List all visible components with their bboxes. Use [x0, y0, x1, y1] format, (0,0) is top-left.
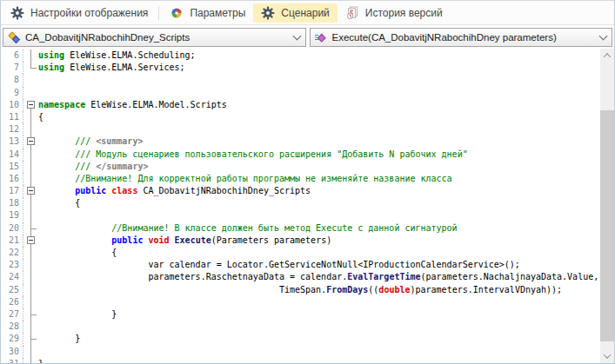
fold-margin: [23, 308, 38, 321]
fold-margin: [23, 111, 38, 123]
gear-icon: [10, 6, 24, 20]
version-history-icon: [345, 6, 359, 20]
fold-margin: [23, 247, 38, 259]
colored-gear-icon: [170, 6, 184, 20]
vertical-scrollbar[interactable]: [600, 49, 614, 363]
code-line: 18 {: [1, 197, 600, 209]
code-line: 7using EleWise.ELMA.Services;: [1, 62, 600, 74]
code-line: 31}: [1, 358, 600, 363]
code-editor[interactable]: 6using EleWise.ELMA.Scheduling;7using El…: [1, 49, 614, 363]
code-lines: 6using EleWise.ELMA.Scheduling;7using El…: [1, 50, 600, 363]
fold-toggle-icon[interactable]: [27, 101, 35, 109]
fold-margin: [23, 333, 38, 345]
selected-class: CA_DobavitjNRabochihDney_Scripts: [25, 32, 290, 43]
code-line: 20 //Внимание! В классе должен быть мето…: [1, 222, 600, 235]
code-line: 12: [1, 123, 600, 136]
fold-margin: [23, 87, 38, 99]
class-icon: [7, 30, 21, 44]
script-editor-panel: Настройки отображения Параметры: [0, 0, 615, 364]
fold-margin: [23, 99, 38, 111]
tab-version-history[interactable]: История версий: [338, 3, 451, 23]
code-line: 29 }: [1, 333, 600, 345]
class-selector-combobox[interactable]: CA_DobavitjNRabochihDney_Scripts: [3, 28, 306, 47]
toolbar-separator: [158, 6, 159, 20]
tab-label: Сценарий: [281, 7, 329, 19]
fold-margin: [23, 296, 38, 308]
tab-display-settings[interactable]: Настройки отображения: [3, 3, 156, 23]
fold-margin: [23, 161, 38, 173]
gear-icon: [261, 6, 275, 20]
chevron-down-icon[interactable]: [292, 31, 301, 40]
code-line: 27 }: [1, 308, 600, 321]
fold-margin: [23, 209, 38, 222]
code-line: 17 public class CA_DobavitjNRabochihDney…: [1, 185, 600, 197]
scroll-down-arrow-icon[interactable]: [600, 349, 614, 363]
fold-margin: [23, 173, 38, 185]
selected-method: Execute(CA_DobavitjNRabochihDney paramet…: [332, 32, 597, 43]
fold-margin: [23, 123, 38, 136]
fold-margin: [23, 284, 38, 296]
code-line: 26: [1, 296, 600, 308]
code-line: 6using EleWise.ELMA.Scheduling;: [1, 50, 600, 62]
fold-margin: [23, 62, 38, 74]
code-line: 19: [1, 209, 600, 222]
code-line: 8: [1, 74, 600, 86]
fold-margin: [23, 185, 38, 197]
chevron-down-icon[interactable]: [599, 31, 608, 40]
code-line: 13 /// <summary>: [1, 136, 600, 148]
tab-label: Настройки отображения: [30, 7, 148, 19]
fold-margin: [23, 259, 38, 271]
fold-margin: [23, 235, 38, 247]
toolbar: Настройки отображения Параметры: [1, 1, 614, 25]
code-line: 14 /// Модуль сценариев пользовательског…: [1, 149, 600, 161]
tab-script[interactable]: Сценарий: [253, 3, 337, 23]
code-line: 28: [1, 321, 600, 333]
tab-label: Параметры: [190, 7, 245, 19]
code-line: 30: [1, 346, 600, 358]
code-line: 22 {: [1, 247, 600, 259]
code-line: 16 //Внимание! Для корректной работы про…: [1, 173, 600, 185]
tab-label: История версий: [365, 7, 443, 19]
fold-margin: [23, 197, 38, 209]
tab-parameters[interactable]: Параметры: [162, 3, 253, 23]
code-line: 21 public void Execute(Parameters parame…: [1, 235, 600, 247]
fold-margin: [23, 358, 38, 363]
method-selector-combobox[interactable]: Execute(CA_DobavitjNRabochihDney paramet…: [310, 28, 613, 47]
method-icon: [314, 30, 328, 44]
code-line: 11{: [1, 111, 600, 123]
code-line: 10namespace EleWise.ELMA.Model.Scripts: [1, 99, 600, 111]
fold-margin: [23, 222, 38, 235]
scroll-up-arrow-icon[interactable]: [600, 49, 614, 63]
fold-margin: [23, 321, 38, 333]
fold-margin: [23, 74, 38, 86]
code-line: 25 TimeSpan.FromDays((double)parameters.…: [1, 284, 600, 296]
fold-toggle-icon[interactable]: [27, 236, 35, 244]
fold-toggle-icon[interactable]: [27, 187, 35, 195]
fold-margin: [23, 50, 38, 62]
fold-margin: [23, 346, 38, 358]
code-line: 15 /// </summary>: [1, 161, 600, 173]
fold-toggle-icon[interactable]: [27, 137, 35, 145]
fold-margin: [23, 149, 38, 161]
scrollbar-thumb[interactable]: [600, 110, 614, 341]
code-line: 23 var calendar = Locator.GetServiceNotN…: [1, 259, 600, 271]
code-line: 9: [1, 87, 600, 99]
code-line: 24 parameters.RaschetnayaData = calendar…: [1, 271, 600, 283]
fold-margin: [23, 136, 38, 148]
selector-row: CA_DobavitjNRabochihDney_Scripts Execute…: [1, 25, 614, 49]
fold-margin: [23, 271, 38, 283]
